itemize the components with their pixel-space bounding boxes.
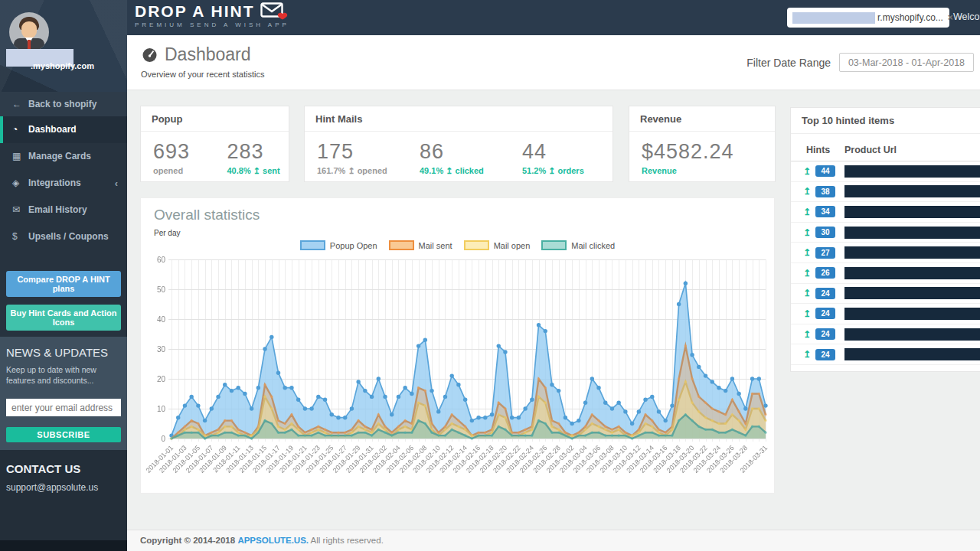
stat-percent: 40.8%	[227, 166, 253, 175]
hints-count-badge: 34	[815, 206, 835, 217]
stat-sub: 51.2% ↥ orders	[522, 166, 612, 176]
card-title: Hint Mails	[305, 106, 612, 132]
stat-sub: opened	[153, 166, 215, 175]
stat-label: sent	[260, 166, 280, 175]
table-row: ↥24	[791, 284, 980, 305]
date-range-input[interactable]	[839, 53, 974, 72]
sidebar-item-integrations[interactable]: ◈Integrations‹	[0, 170, 127, 197]
news-description: Keep up to date with new features and di…	[6, 364, 121, 386]
sidebar-item-dashboard[interactable]: ◔Dashboard	[0, 116, 127, 143]
table-row: ↥26	[791, 263, 980, 284]
level-up-arrow-icon: ↥	[803, 227, 815, 238]
stat: $4582.24Revenue	[629, 140, 775, 175]
sidebar: .myshopify.com ←Back to shopify◔Dashboar…	[0, 0, 127, 551]
stat-value: 44	[522, 140, 612, 164]
product-url-redacted[interactable]	[844, 165, 980, 178]
table-row: ↥24	[791, 304, 980, 324]
product-url-redacted[interactable]	[844, 348, 980, 360]
legend-item: Mail open	[464, 240, 531, 250]
page-subtitle: Overview of your recent statistics	[141, 70, 264, 79]
table-row: ↥38	[791, 182, 980, 203]
stat-sub: Revenue	[642, 166, 775, 175]
welcome-text: Welcom	[953, 11, 980, 22]
stat: 28340.8% ↥ sent	[215, 140, 289, 176]
sidebar-item-back-to-shopify[interactable]: ←Back to shopify	[0, 92, 127, 116]
rights-text: All rights reserved.	[311, 536, 384, 545]
shop-select-dropdown[interactable]: r.myshopify.co... × ▼	[787, 8, 949, 28]
stat-value: 86	[420, 140, 510, 164]
table-row: ↥34	[791, 202, 980, 223]
product-url-redacted[interactable]	[844, 267, 980, 279]
product-url-redacted[interactable]	[844, 328, 980, 341]
hints-count-badge: 38	[815, 186, 835, 197]
product-url-redacted[interactable]	[844, 227, 980, 239]
sidebar-item-label: Manage Cards	[28, 151, 91, 161]
hints-count-badge: 27	[815, 247, 835, 259]
compare-plans-button[interactable]: Compare DROP A HINT plans	[6, 271, 121, 297]
app-logo: DROP A HINT PREMIUM SEND A WISH APP	[135, 2, 289, 28]
sidebar-item-label: Integrations	[28, 178, 81, 188]
contact-email-link[interactable]: support@appsolute.us	[6, 482, 121, 493]
top-navbar: DROP A HINT PREMIUM SEND A WISH APP r.my…	[127, 0, 980, 35]
sidebar-item-manage-cards[interactable]: ▦Manage Cards	[0, 143, 127, 170]
hints-count-badge: 24	[815, 349, 835, 360]
gem-icon: ◈	[12, 170, 28, 197]
product-url-redacted[interactable]	[844, 185, 980, 197]
tachometer-icon: ◔	[12, 116, 28, 143]
legend-item: Popup Open	[300, 240, 377, 250]
buy-hint-cards-button[interactable]: Buy Hint Cards and Action Icons	[6, 305, 121, 331]
stat-percent: 49.1%	[420, 166, 446, 175]
legend-swatch	[389, 240, 414, 250]
legend-label: Popup Open	[330, 241, 377, 250]
news-title: NEWS & UPDATES	[6, 346, 121, 359]
page-footer: Copyright © 2014-2018 APPSOLUTE.US. All …	[127, 530, 980, 551]
level-up-arrow-icon: ↥	[803, 166, 815, 177]
newsletter-email-input[interactable]	[6, 399, 121, 416]
level-up-arrow-icon: ↥	[803, 329, 815, 340]
news-updates-section: NEWS & UPDATES Keep up to date with new …	[0, 337, 127, 450]
clear-selection-icon[interactable]: ×	[948, 12, 953, 23]
level-up-arrow-icon: ↥	[348, 166, 354, 175]
stat: 175161.7% ↥ opened	[305, 140, 407, 176]
legend-swatch	[464, 240, 489, 250]
logo-title: DROP A HINT	[135, 2, 255, 21]
page-header: Dashboard Overview of your recent statis…	[127, 35, 980, 90]
sidebar-item-upsells-coupons[interactable]: $Upsells / Coupons	[0, 223, 127, 250]
top10-table-body: ↥44↥38↥34↥30↥27↥26↥24↥24↥24↥24	[791, 161, 980, 365]
grid-icon: ▦	[12, 143, 28, 170]
hints-count-badge: 24	[815, 328, 835, 340]
subscribe-button[interactable]: SUBSCRIBE	[6, 427, 121, 442]
sidebar-bottom-strip	[0, 540, 127, 551]
product-url-redacted[interactable]	[844, 246, 980, 259]
sidebar-item-label: Back to shopify	[28, 99, 96, 109]
hints-count-badge: 24	[815, 308, 835, 319]
brand-link[interactable]: APPSOLUTE.US.	[237, 536, 309, 545]
sidebar-item-label: Upsells / Coupons	[28, 231, 109, 242]
card-title: Revenue	[629, 106, 775, 132]
top10-table-header: Hints Product Url	[791, 134, 980, 161]
chart-title: Overall statistics	[154, 207, 260, 223]
copyright-text: Copyright © 2014-2018	[140, 536, 235, 545]
avatar[interactable]	[9, 12, 49, 52]
legend-label: Mail open	[494, 241, 531, 250]
hints-count-badge: 24	[815, 288, 835, 299]
table-row: ↥24	[791, 324, 980, 345]
dashboard-gauge-icon	[141, 47, 158, 63]
dollar-icon: $	[12, 223, 28, 250]
legend-swatch	[541, 240, 567, 250]
overall-statistics-chart	[145, 255, 772, 491]
level-up-arrow-icon: ↥	[803, 186, 815, 197]
stat-value: 175	[317, 140, 407, 164]
filter-date-range-label: Filter Date Range	[746, 57, 831, 69]
hints-count-badge: 30	[815, 227, 835, 238]
product-url-redacted[interactable]	[844, 206, 980, 218]
level-up-arrow-icon: ↥	[803, 349, 815, 360]
product-url-redacted[interactable]	[844, 308, 980, 320]
stat-value: $4582.24	[642, 140, 775, 164]
hints-count-badge: 26	[815, 267, 835, 279]
product-url-redacted[interactable]	[844, 287, 980, 299]
card-revenue: Revenue$4582.24Revenue	[629, 106, 776, 182]
avatar-tie	[28, 40, 31, 49]
sidebar-item-email-history[interactable]: ✉Email History	[0, 197, 127, 223]
level-up-arrow-icon: ↥	[803, 268, 815, 279]
